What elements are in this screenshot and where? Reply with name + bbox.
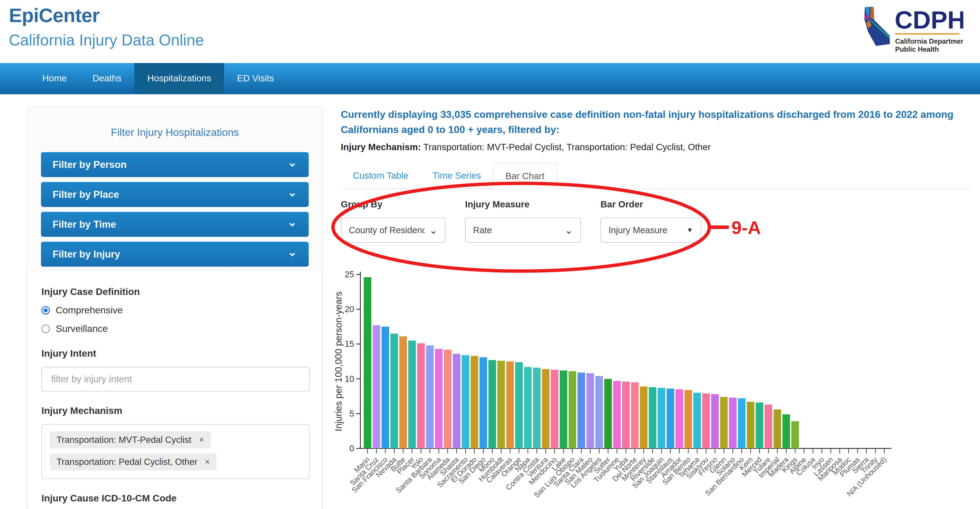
bar-san-joaquin[interactable] bbox=[658, 388, 665, 449]
remove-tag-icon[interactable]: × bbox=[205, 457, 210, 467]
tab-bar-chart[interactable]: Bar Chart bbox=[493, 163, 557, 189]
bar-ventura[interactable] bbox=[542, 369, 549, 449]
radio-unselected-icon[interactable] bbox=[41, 324, 50, 333]
bar-calaveras[interactable] bbox=[506, 361, 514, 449]
injury-mechanism-multiselect[interactable]: Transportation: MVT-Pedal Cyclist×Transp… bbox=[41, 424, 310, 479]
bar-santa-cruz[interactable] bbox=[372, 325, 380, 449]
nav-item-deaths[interactable]: Deaths bbox=[80, 63, 134, 93]
radio-comprehensive[interactable]: Comprehensive bbox=[41, 305, 308, 316]
bar-riverside[interactable] bbox=[649, 387, 656, 449]
view-tabs: Custom TableTime SeriesBar Chart bbox=[341, 162, 971, 189]
accordion-filter-by-person[interactable]: Filter by Person⌄ bbox=[41, 152, 309, 177]
main-nav: HomeDeathsHospitalizationsED Visits bbox=[0, 63, 980, 94]
bar-lake[interactable] bbox=[560, 371, 567, 449]
radio-label: Surveillance bbox=[56, 323, 108, 334]
accordion-label: Filter by Time bbox=[52, 219, 116, 230]
radio-surveillance[interactable]: Surveillance bbox=[41, 323, 308, 334]
page-header: EpiCenter California Injury Data Online … bbox=[0, 0, 980, 63]
y-tick-label: 10 bbox=[345, 374, 354, 383]
bar-mono[interactable] bbox=[488, 360, 496, 449]
bar-humboldt[interactable] bbox=[497, 361, 505, 449]
bar-tulare[interactable] bbox=[765, 404, 772, 449]
bar-los-angeles[interactable] bbox=[595, 376, 603, 449]
bar-tehama[interactable] bbox=[694, 393, 701, 449]
accordion-filter-by-place[interactable]: Filter by Place⌄ bbox=[41, 182, 309, 207]
bar-sonoma[interactable] bbox=[435, 349, 442, 449]
bar-napa[interactable] bbox=[524, 367, 531, 449]
accordion-label: Filter by Person bbox=[52, 159, 127, 170]
nav-item-ed-visits[interactable]: ED Visits bbox=[224, 63, 287, 93]
bar-placer[interactable] bbox=[408, 340, 416, 449]
bar-siskiyou[interactable] bbox=[702, 393, 710, 449]
bar-tuolumne[interactable] bbox=[613, 381, 621, 449]
bar-glenn[interactable] bbox=[720, 397, 728, 449]
bar-merced[interactable] bbox=[756, 402, 763, 449]
y-tick-label: 15 bbox=[345, 339, 354, 348]
case-definition-label: Injury Case Definition bbox=[41, 286, 308, 297]
chevron-down-icon: ⌄ bbox=[287, 218, 297, 227]
bar-nevada[interactable] bbox=[390, 334, 398, 449]
bar-sutter[interactable] bbox=[604, 379, 612, 449]
accordion-filter-by-injury[interactable]: Filter by Injury⌄ bbox=[41, 242, 309, 267]
applied-filter-label: Injury Mechanism: bbox=[341, 142, 421, 152]
tab-custom-table[interactable]: Custom Table bbox=[341, 162, 420, 188]
bar-san-bernardino[interactable] bbox=[738, 398, 746, 449]
chart-controls: Group ByCounty of Residence⌄Injury Measu… bbox=[341, 199, 971, 243]
bar-imperial[interactable] bbox=[773, 409, 781, 449]
selected-value: County of Residence bbox=[349, 225, 425, 235]
chevron-down-icon: ⌄ bbox=[565, 224, 573, 236]
bar-chart: Injuries per 100,000 person-years0510152… bbox=[334, 264, 980, 509]
bar-butte[interactable] bbox=[399, 336, 407, 449]
bar-santa-clara[interactable] bbox=[578, 372, 585, 449]
bar-marin[interactable] bbox=[364, 277, 371, 449]
bar-san-mateo[interactable] bbox=[587, 373, 594, 449]
bar-fresno[interactable] bbox=[711, 394, 719, 449]
nav-item-home[interactable]: Home bbox=[29, 63, 80, 93]
app-title: EpiCenter bbox=[9, 4, 100, 27]
bar-stanislaus[interactable] bbox=[667, 388, 674, 449]
filter-panel: Filter Injury Hospitalizations Filter by… bbox=[27, 107, 323, 509]
bar-santa-barbara[interactable] bbox=[426, 345, 434, 449]
injury-mechanism-label: Injury Mechanism bbox=[41, 405, 308, 416]
bar-contra-costa[interactable] bbox=[533, 368, 541, 449]
y-tick-label: 5 bbox=[350, 409, 354, 418]
bar-san-benito[interactable] bbox=[684, 390, 692, 449]
injury-intent-input[interactable] bbox=[41, 367, 310, 391]
bar-alameda[interactable] bbox=[444, 350, 452, 449]
bar-yolo[interactable] bbox=[417, 343, 425, 449]
bar-san-luis-obispo[interactable] bbox=[569, 371, 576, 449]
bar-orange[interactable] bbox=[515, 362, 523, 449]
bar-san-diego[interactable] bbox=[479, 357, 487, 449]
injury-intent-label: Injury Intent bbox=[41, 348, 308, 359]
bar-shasta[interactable] bbox=[453, 354, 460, 449]
bar-madera[interactable] bbox=[783, 414, 790, 449]
tab-time-series[interactable]: Time Series bbox=[420, 162, 493, 188]
control-bar-order: Bar OrderInjury Measure▼ bbox=[600, 199, 701, 243]
logo-org-line1: California Department of bbox=[895, 37, 963, 45]
injury-measure-select[interactable]: Rate⌄ bbox=[465, 218, 581, 243]
bar-monterey[interactable] bbox=[640, 387, 648, 449]
radio-selected-icon[interactable] bbox=[41, 306, 50, 315]
bar-el-dorado[interactable] bbox=[471, 356, 478, 449]
bar-kern[interactable] bbox=[747, 402, 754, 449]
page: EpiCenter California Injury Data Online … bbox=[0, 0, 980, 509]
icd-code-label: Injury Cause ICD-10-CM Code bbox=[41, 493, 308, 504]
bar-sacramento[interactable] bbox=[462, 355, 469, 449]
bar-del-norte[interactable] bbox=[631, 382, 638, 449]
main-content: Currently displaying 33,035 comprehensiv… bbox=[341, 107, 971, 243]
bar-kings[interactable] bbox=[791, 421, 799, 449]
bar-mendocino[interactable] bbox=[551, 370, 558, 449]
remove-tag-icon[interactable]: × bbox=[199, 435, 204, 445]
group-by-select[interactable]: County of Residence⌄ bbox=[341, 218, 445, 243]
nav-item-hospitalizations[interactable]: Hospitalizations bbox=[134, 63, 224, 93]
filter-by-injury-content: Injury Case Definition ComprehensiveSurv… bbox=[28, 272, 322, 509]
bar-yuba[interactable] bbox=[622, 382, 630, 449]
accordion-filter-by-time[interactable]: Filter by Time⌄ bbox=[41, 212, 309, 237]
y-tick-label: 20 bbox=[345, 304, 354, 314]
bar-san-francisco[interactable] bbox=[382, 326, 389, 449]
bar-amador[interactable] bbox=[676, 389, 683, 449]
logo-acronym: CDPH bbox=[895, 6, 963, 34]
control-label: Group By bbox=[341, 199, 445, 210]
bar-solano[interactable] bbox=[729, 398, 737, 449]
bar-order-select[interactable]: Injury Measure▼ bbox=[600, 218, 701, 243]
